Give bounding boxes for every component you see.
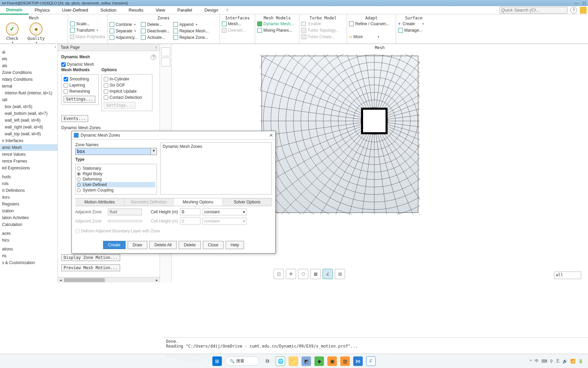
activate-button[interactable]: Activate... [140,35,170,40]
mixing-planes-button[interactable]: Mixing Planes... [257,28,298,33]
tree-item[interactable]: lation Activities [0,214,58,221]
tree-item[interactable]: rence Values [0,151,58,158]
implicit-update-checkbox[interactable] [104,89,108,94]
tree-item[interactable]: aces [0,230,58,237]
tree-item[interactable]: ed Expressions [0,165,58,171]
tree-item[interactable]: interior-fluid (interior, id=1) [0,90,58,96]
tree-item[interactable]: ternal [0,83,58,90]
help-icon[interactable]: ? [570,7,577,14]
delete-all-button[interactable]: Delete All [149,241,177,249]
menu-user-defined[interactable]: User-Defined [56,6,94,14]
separate-button[interactable]: Separate▾ [109,28,138,34]
menu-domain[interactable]: Domain [0,6,29,15]
tree-item[interactable]: Registers [0,201,58,208]
draw-button[interactable]: Draw [128,241,147,249]
vt-icon-1[interactable] [161,47,170,56]
minimize-button[interactable]: — [574,1,578,5]
tb-app1[interactable]: ◩ [301,356,311,366]
combine-button[interactable]: Combine▾ [109,22,138,27]
layering-checkbox[interactable] [64,83,68,88]
taskpage-collapse-icon[interactable]: ‹ [156,45,157,50]
tree-item[interactable]: /all [0,96,58,103]
tree-item[interactable]: al [0,49,58,56]
tree-item[interactable]: els [0,56,58,62]
surface-manage-button[interactable]: Manage... [397,28,430,33]
windows-taskbar[interactable]: ⊞ 🔍 搜索 ⧉ 🌐 📁 ◩ ◆ ▣ ▥ ⋈ F ^中⌨ ⚲主🔊 📶🔋 [0,354,588,368]
events-button[interactable]: Events... [61,115,88,122]
menu-design[interactable]: Design [198,6,224,14]
menu-physics[interactable]: Physics [29,6,56,14]
mvt-5[interactable]: ∠ [323,269,333,279]
tb-files[interactable]: 📁 [289,356,298,366]
start-button[interactable]: ⊞ [212,356,222,366]
surface-create-button[interactable]: +Create▾ [397,21,430,27]
tree-item[interactable]: rt Definitions [0,187,58,194]
menu-parallel[interactable]: Parallel [171,6,198,14]
tree-item[interactable]: itors [0,194,58,201]
mvt-6[interactable]: ▤ [335,269,345,279]
scale-button[interactable]: Scale... [69,21,106,27]
tree-item[interactable]: wall_top (wall, id=9) [0,131,58,137]
cell-height-type-1[interactable]: constant▾ [202,209,247,215]
cell-height-input-1[interactable] [180,208,200,215]
delete-zone-button[interactable]: Delete... [140,22,170,27]
tree-item[interactable]: s & Customization [0,259,58,266]
in-cylinder-checkbox[interactable] [104,77,108,81]
dynamic-mesh-button[interactable]: Dynamic Mesh... [257,21,298,27]
create-button[interactable]: Create [103,241,126,249]
tree-item[interactable]: hics [0,237,58,244]
mesh-check-button[interactable]: Check ▾ [1,22,23,45]
adjacency-button[interactable]: Adjacency... [109,35,138,40]
tree-item[interactable]: wall_left (wall, id=6) [0,117,58,124]
display-zone-motion-button[interactable]: Display Zone Motion... [61,254,120,261]
replace-zone-button[interactable]: Replace Zone... [173,35,210,40]
menu-results[interactable]: Results [122,6,149,14]
tb-edge[interactable]: 🌐 [276,356,285,366]
tree-item[interactable]: rols [0,180,58,187]
refine-coarsen-button[interactable]: Refine / Coarsen... [348,21,394,27]
zone-names-combo[interactable]: ▾ [75,148,157,155]
append-button[interactable]: Append▾ [173,22,210,27]
tree-item[interactable]: Calculation [0,221,58,228]
mvt-4[interactable]: ▦ [310,269,321,279]
tree-item[interactable]: als [0,62,58,69]
tree-item[interactable]: ations [0,246,58,252]
tree-item[interactable]: ndary Conditions [0,76,58,83]
smoothing-checkbox[interactable] [64,77,68,81]
tree-item[interactable]: hods [0,173,58,180]
preview-mesh-motion-button[interactable]: Preview Mesh Motion... [61,264,120,271]
taskpage-help-icon[interactable]: ? [151,55,156,60]
tree-item[interactable]: Zone Conditions [0,69,58,76]
tree-item[interactable]: box (wall, id=5) [0,103,58,110]
sidebar-collapse-icon[interactable]: ‹ [55,45,56,49]
methods-settings-button[interactable]: Settings... [64,96,95,103]
tab-motion-attributes[interactable]: Motion Attributes [75,198,125,206]
outline-tree[interactable]: ‹ alelsalsZone Conditionsndary Condition… [0,44,58,282]
dynamic-mesh-checkbox[interactable] [61,62,66,67]
tb-fluent[interactable]: F [366,356,376,366]
deactivate-button[interactable]: Deactivate... [140,28,170,34]
tb-task-view[interactable]: ⧉ [263,356,272,366]
tab-meshing-options[interactable]: Meshing Options [174,198,223,206]
hamburger-icon[interactable] [580,7,587,14]
dialog-close-button[interactable]: ✕ [269,133,273,138]
tree-item[interactable]: amic Mesh [0,144,58,151]
contact-detection-checkbox[interactable] [104,95,108,100]
mesh-quality-button[interactable]: Quality ▾ [25,22,47,45]
zone-names-input[interactable] [76,148,150,155]
tree-item[interactable]: ization [0,208,58,214]
remeshing-checkbox[interactable] [64,89,68,94]
system-tray[interactable]: ^中⌨ ⚲主🔊 📶🔋 [530,358,583,364]
mvt-1[interactable]: ◫ [274,269,284,279]
tb-app2[interactable]: ◆ [314,356,324,366]
transform-button[interactable]: Transform▾ [69,28,106,33]
type-radio-system-coupling[interactable]: System Coupling [77,187,155,193]
menu-view[interactable]: View [149,6,171,14]
mvt-3[interactable]: ⬡ [298,269,308,279]
adapt-more-button[interactable]: ∞More▾ [348,34,394,40]
zone-names-dropdown-icon[interactable]: ▾ [150,148,157,155]
tree-item[interactable]: rence Frames [0,158,58,165]
tree-item[interactable]: n Interfaces [0,137,58,144]
close-button[interactable]: Close [203,241,224,249]
quick-search-input[interactable] [500,7,568,14]
